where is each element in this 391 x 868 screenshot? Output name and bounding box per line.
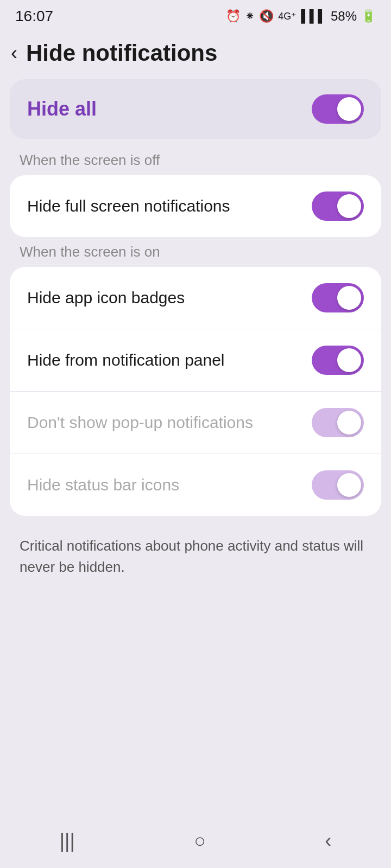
toggle-thumb — [337, 411, 361, 435]
hide-status-bar-icons-label: Hide status bar icons — [27, 476, 312, 494]
dont-show-popup-label: Don't show pop-up notifications — [27, 413, 312, 432]
hide-full-screen-row: Hide full screen notifications — [10, 175, 381, 237]
hide-all-label: Hide all — [27, 98, 97, 120]
battery-status: 58% — [331, 9, 357, 24]
mute-icon: 🔇 — [259, 9, 274, 23]
toggle-thumb — [337, 473, 361, 497]
nav-home-button[interactable]: ○ — [194, 829, 206, 852]
screen-off-card: Hide full screen notifications — [10, 175, 381, 237]
status-time: 16:07 — [15, 8, 53, 25]
hide-status-bar-icons-toggle[interactable] — [312, 470, 364, 500]
signal-icon: ▌▌▌ — [301, 9, 326, 23]
hide-app-icon-badges-label: Hide app icon badges — [27, 289, 312, 307]
hide-from-notification-panel-row: Hide from notification panel — [10, 329, 381, 392]
hide-full-screen-toggle[interactable] — [312, 192, 364, 221]
battery-icon: 🔋 — [361, 9, 376, 23]
hide-from-notification-panel-toggle[interactable] — [312, 346, 364, 375]
nav-recent-button[interactable]: ||| — [60, 829, 75, 852]
nav-back-button[interactable]: ‹ — [325, 829, 331, 852]
alarm-icon: ⏰ — [226, 9, 241, 23]
header: ‹ Hide notifications — [0, 30, 391, 79]
nav-bar: ||| ○ ‹ — [0, 819, 391, 868]
dont-show-popup-toggle[interactable] — [312, 408, 364, 437]
status-bar: 16:07 ⏰ ⁕ 🔇 4G⁺ ▌▌▌ 58% 🔋 — [0, 0, 391, 30]
toggle-thumb — [337, 194, 361, 218]
page-title: Hide notifications — [26, 40, 217, 66]
section-label-screen-on: When the screen is on — [0, 244, 391, 267]
hide-all-toggle[interactable] — [312, 94, 364, 124]
hide-app-icon-badges-toggle[interactable] — [312, 283, 364, 312]
back-button[interactable]: ‹ — [11, 43, 17, 63]
hide-full-screen-label: Hide full screen notifications — [27, 197, 312, 215]
status-icons: ⏰ ⁕ 🔇 4G⁺ ▌▌▌ 58% 🔋 — [226, 9, 376, 24]
toggle-thumb — [337, 348, 361, 372]
footer-note: Critical notifications about phone activ… — [0, 522, 391, 578]
hide-app-icon-badges-row: Hide app icon badges — [10, 267, 381, 329]
bluetooth-icon: ⁕ — [245, 9, 255, 23]
dont-show-popup-row: Don't show pop-up notifications — [10, 392, 381, 454]
screen-on-card: Hide app icon badges Hide from notificat… — [10, 267, 381, 516]
hide-from-notification-panel-label: Hide from notification panel — [27, 351, 312, 369]
section-label-screen-off: When the screen is off — [0, 152, 391, 175]
hide-all-card: Hide all — [10, 79, 381, 139]
toggle-thumb — [337, 286, 361, 310]
hide-status-bar-icons-row: Hide status bar icons — [10, 454, 381, 516]
data-icon: 4G⁺ — [278, 10, 297, 22]
toggle-thumb — [337, 97, 361, 121]
